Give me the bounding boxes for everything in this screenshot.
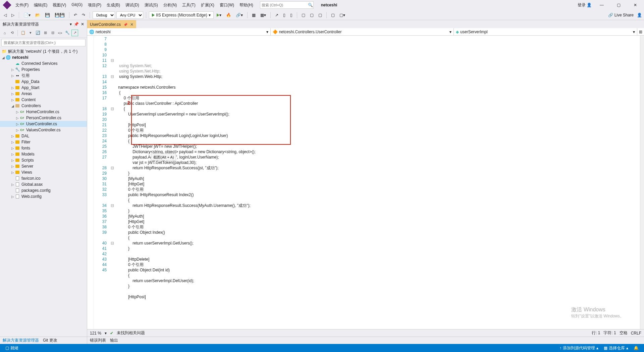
menu-item[interactable]: 项目(P) — [85, 1, 104, 9]
tree-item[interactable]: ▷▪▪引用 — [0, 73, 87, 79]
tool-icon[interactable]: ▯ — [281, 12, 287, 18]
minimize-button[interactable]: — — [595, 1, 608, 9]
tab-git-changes[interactable]: Git 更改 — [43, 338, 57, 343]
refresh-icon[interactable]: 🔄 — [35, 30, 41, 36]
menu-item[interactable]: 生成(B) — [104, 1, 123, 9]
tool-icon[interactable]: ⟲ — [9, 30, 15, 36]
solution-tree[interactable]: 📁 解决方案 'netceshi' (1 个项目，共 1 个) ◢ 🌐 netc… — [0, 48, 87, 337]
menu-item[interactable]: 帮助(H) — [237, 1, 256, 9]
tree-item[interactable]: ☁Connected Services — [0, 60, 87, 67]
select-repo[interactable]: ▦ 选择仓库 ▴ — [601, 345, 631, 351]
nav-member[interactable]: ◆userServerImpl▾ — [454, 28, 637, 35]
menu-item[interactable]: 视图(V) — [50, 1, 69, 9]
tree-item[interactable]: ▷Server — [0, 163, 87, 169]
tree-item[interactable]: ▷Filter — [0, 139, 87, 145]
nav-fwd-button[interactable]: ▷ — [10, 12, 16, 18]
close-icon[interactable]: ✕ — [81, 22, 84, 27]
document-tab[interactable]: UserController.cs 📌 ✕ — [87, 20, 136, 28]
code-editor[interactable]: 2 截图(Alt + A) using System.Net; using Sy… — [115, 36, 640, 329]
menu-item[interactable]: 编辑(E) — [31, 1, 50, 9]
notifications-icon[interactable]: 🔔 — [631, 346, 641, 350]
browser-link-icon[interactable]: 🔗▾ — [234, 12, 245, 18]
split-icon[interactable]: ⊞ — [637, 28, 644, 35]
tool-icon[interactable]: ▢ — [308, 12, 315, 18]
tool-icon[interactable]: ↗ — [273, 12, 280, 18]
login-link[interactable]: 登录 👤 — [578, 2, 592, 8]
pin-icon[interactable]: 📌 — [74, 22, 79, 27]
feedback-icon[interactable]: 👤 — [637, 13, 642, 17]
tree-item[interactable]: ▷Areas — [0, 91, 87, 97]
tool-icon[interactable]: ⊞ — [42, 30, 49, 36]
close-button[interactable]: ✕ — [629, 1, 642, 9]
redo-button[interactable]: ↷ — [80, 12, 87, 18]
tree-item[interactable]: favicon.ico — [0, 175, 87, 181]
menu-item[interactable]: 测试(S) — [142, 1, 161, 9]
nav-class[interactable]: 🔶netceshi.Controllers.UserController▾ — [271, 28, 454, 35]
project-node[interactable]: ◢ 🌐 netceshi — [0, 54, 87, 60]
tree-item[interactable]: ▷Global.asax — [0, 181, 87, 187]
tab-solution-explorer[interactable]: 解决方案资源管理器 — [3, 338, 39, 343]
tool-icon[interactable]: ▢▾ — [338, 12, 347, 18]
tree-item[interactable]: packages.config — [0, 187, 87, 193]
menu-item[interactable]: Git(G) — [69, 1, 85, 9]
tree-item[interactable]: ▷Models — [0, 151, 87, 157]
undo-button[interactable]: ↶ — [72, 12, 79, 18]
fold-column[interactable]: ⊟⊟⊟⊟⊟⊟ — [110, 36, 115, 329]
save-all-button[interactable]: 💾💾 — [53, 12, 66, 18]
tool-icon[interactable]: ▾ — [27, 30, 34, 36]
menu-item[interactable]: 扩展(X) — [198, 1, 217, 9]
hot-reload-icon[interactable]: 🔥 — [224, 12, 233, 18]
live-share-button[interactable]: 🔗 Live Share — [608, 13, 634, 17]
nav-back-button[interactable]: ◁ — [2, 12, 8, 18]
tool-icon[interactable]: ▦▾ — [259, 12, 268, 18]
menu-item[interactable]: 调试(D) — [123, 1, 142, 9]
search-input[interactable] — [262, 3, 308, 7]
tree-item[interactable]: ▷App_Start — [0, 85, 87, 91]
solution-search-input[interactable] — [1, 39, 86, 46]
scrollbar[interactable] — [640, 36, 644, 329]
tree-item[interactable]: ▷Web.config — [0, 193, 87, 200]
issues-status[interactable]: 未找到相关问题 — [117, 330, 145, 336]
tree-item[interactable]: ▷C#HomeController.cs — [0, 109, 87, 115]
tool-icon[interactable]: ↗ — [71, 30, 78, 36]
indent-mode[interactable]: 空格 — [620, 330, 628, 336]
tab-output[interactable]: 输出 — [110, 338, 118, 343]
tree-item[interactable]: 1▷C#UserController.cs — [0, 121, 87, 127]
menu-item[interactable]: 分析(N) — [161, 1, 180, 9]
tab-error-list[interactable]: 错误列表 — [90, 338, 106, 343]
menu-item[interactable]: 窗口(W) — [217, 1, 237, 9]
nav-project[interactable]: 🌐netceshi▾ — [87, 28, 271, 35]
tree-item[interactable]: ▷DAL — [0, 133, 87, 139]
home-icon[interactable]: ⌂ — [1, 30, 8, 36]
add-source-control[interactable]: ↑ 添加到源代码管理 ▴ — [557, 345, 601, 351]
tool-icon[interactable]: ▢ — [300, 12, 307, 18]
tree-item[interactable]: ▷Scripts — [0, 157, 87, 163]
tool-icon[interactable]: ⊟ — [49, 30, 56, 36]
tree-item[interactable]: ▷Content — [0, 97, 87, 103]
tree-item[interactable]: App_Data — [0, 79, 87, 85]
tree-item[interactable]: ▷C#PersonController.cs — [0, 115, 87, 121]
new-button[interactable]: 📄▾ — [22, 12, 32, 18]
solution-node[interactable]: 📁 解决方案 'netceshi' (1 个项目，共 1 个) — [0, 48, 87, 54]
properties-icon[interactable]: 🔧 — [64, 30, 71, 36]
tool-icon[interactable]: ▦ — [250, 12, 257, 18]
tree-item[interactable]: ◢Controllers — [0, 103, 87, 109]
tool-icon[interactable]: ▢ — [329, 12, 336, 18]
tree-item[interactable]: ▷C#ValuesController.cs — [0, 127, 87, 133]
eol-mode[interactable]: CRLF — [631, 331, 641, 336]
maximize-button[interactable]: ▢ — [612, 1, 625, 9]
zoom-level[interactable]: 121 % — [90, 331, 101, 336]
pin-icon[interactable]: 📌 — [123, 23, 127, 27]
save-button[interactable]: 💾 — [43, 12, 52, 18]
platform-select[interactable]: Any CPU — [116, 11, 143, 19]
dropdown-icon[interactable]: ▾ — [70, 22, 72, 27]
global-search[interactable]: 🔍 — [260, 1, 314, 9]
menu-item[interactable]: 工具(T) — [179, 1, 198, 9]
close-icon[interactable]: ✕ — [130, 22, 133, 27]
run-button[interactable]: IIS Express (Microsoft Edge) ▾ — [149, 11, 214, 19]
open-button[interactable]: 📂 — [34, 12, 42, 18]
menu-item[interactable]: 文件(F) — [13, 1, 31, 9]
tool-icon[interactable]: ▯ — [288, 12, 294, 18]
config-select[interactable]: Debug — [93, 11, 115, 19]
tool-icon[interactable]: ▢ — [317, 12, 324, 18]
